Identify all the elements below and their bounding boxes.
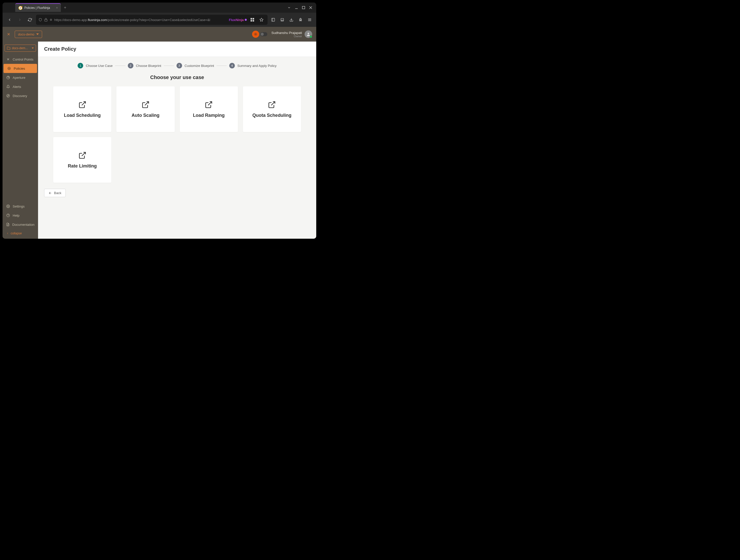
step-number: 3 — [177, 63, 182, 69]
sidebar-item-documentation[interactable]: Documentation — [3, 220, 38, 229]
policies-icon — [7, 67, 11, 71]
back-label: Back — [54, 191, 61, 195]
document-icon — [6, 222, 10, 227]
tab-favicon-icon: 🧭 — [18, 6, 22, 10]
grid-icon[interactable] — [249, 16, 256, 23]
use-case-card-quota-scheduling[interactable]: Quota Scheduling — [243, 86, 301, 132]
project-selector[interactable]: docs-demo — [15, 31, 42, 38]
stepper: 1 Choose Use Case 2 Choose Blueprint 3 C… — [38, 57, 316, 75]
step-4[interactable]: 4 Summary and Apply Policy — [229, 63, 277, 69]
step-3[interactable]: 3 Customize Blueprint — [177, 63, 214, 69]
step-label: Customize Blueprint — [185, 64, 214, 68]
sidebar-collapse-button[interactable]: collapse — [3, 229, 38, 238]
sidebar-item-help[interactable]: Help — [3, 211, 38, 220]
page-title: Create Policy — [44, 46, 310, 52]
extensions-icon[interactable] — [297, 16, 304, 23]
folder-icon — [7, 46, 10, 50]
sidebar-item-settings[interactable]: Settings — [3, 202, 38, 211]
back-button[interactable]: Back — [44, 189, 66, 197]
svg-point-34 — [8, 67, 11, 70]
svg-marker-30 — [32, 47, 34, 49]
sidebar-item-aperture[interactable]: Aperture — [3, 73, 38, 82]
window-minimize-icon[interactable] — [295, 6, 298, 9]
browser-reload-button[interactable] — [26, 16, 34, 24]
chevron-left-icon — [6, 232, 9, 235]
window-maximize-icon[interactable] — [302, 6, 305, 9]
card-title: Load Ramping — [193, 113, 225, 118]
sidebar-item-discovery[interactable]: Discovery — [3, 91, 38, 100]
tab-title: Policies | FluxNinja — [24, 6, 50, 10]
svg-point-20 — [255, 33, 256, 35]
tabs-dropdown-icon[interactable] — [287, 6, 291, 9]
window-close-icon[interactable] — [309, 6, 312, 9]
card-title: Auto Scaling — [131, 113, 160, 118]
step-label: Summary and Apply Policy — [238, 64, 277, 68]
permissions-icon[interactable]: ⚙ — [50, 18, 52, 21]
svg-rect-13 — [281, 20, 283, 21]
svg-point-39 — [7, 94, 10, 97]
help-icon — [6, 213, 10, 217]
menu-icon[interactable] — [306, 16, 313, 23]
section-title: Choose your use case — [38, 75, 316, 80]
use-case-card-load-scheduling[interactable]: Load Scheduling — [53, 86, 111, 132]
svg-rect-10 — [272, 18, 275, 21]
sidebar-item-policies[interactable]: Policies — [4, 64, 37, 73]
download-icon[interactable] — [288, 16, 295, 23]
step-connector — [164, 66, 174, 66]
browser-tab[interactable]: 🧭 Policies | FluxNinja × — [15, 3, 61, 12]
user-role: Owner — [271, 35, 302, 38]
bookmark-icon[interactable] — [258, 16, 265, 23]
svg-marker-40 — [8, 95, 9, 97]
user-info[interactable]: Sudhanshu Prajapati Owner — [271, 30, 312, 38]
user-avatar — [304, 30, 312, 38]
step-number: 2 — [128, 63, 133, 69]
svg-line-24 — [257, 35, 257, 35]
theme-toggle[interactable] — [252, 31, 267, 38]
svg-point-33 — [9, 68, 10, 69]
svg-marker-19 — [36, 33, 39, 35]
step-1[interactable]: 1 Choose Use Case — [78, 63, 113, 69]
browser-back-button[interactable] — [6, 16, 14, 24]
collapse-label: collapse — [11, 232, 22, 235]
sidebar-item-label: Settings — [13, 205, 25, 208]
sidebar-item-label: Alerts — [13, 85, 21, 89]
chevron-down-icon — [32, 47, 34, 49]
url-text: https://docs-demo.app.fluxninja.com/poli… — [54, 18, 227, 22]
gear-icon — [6, 204, 10, 208]
sidebar-item-label: Aperture — [13, 76, 25, 80]
bell-icon — [6, 85, 10, 89]
use-case-card-load-ramping[interactable]: Load Ramping — [180, 86, 238, 132]
svg-rect-1 — [302, 6, 305, 9]
svg-point-41 — [8, 206, 9, 207]
compass-icon — [6, 94, 10, 98]
use-case-card-rate-limiting[interactable]: Rate Limiting — [53, 137, 111, 183]
step-2[interactable]: 2 Choose Blueprint — [128, 63, 161, 69]
app-header: docs-demo Sudhanshu Prajapati Owner — [3, 27, 316, 41]
use-case-grid: Load Scheduling Auto Scaling Load Rampin… — [38, 86, 316, 183]
address-bar[interactable]: ⚙ https://docs-demo.app.fluxninja.com/po… — [36, 15, 268, 25]
shield-icon[interactable] — [38, 18, 42, 21]
step-number: 4 — [229, 63, 235, 69]
header-close-button[interactable] — [7, 32, 11, 36]
control-points-icon — [6, 57, 10, 61]
lock-icon[interactable] — [44, 18, 48, 21]
step-connector — [216, 66, 227, 66]
sidebar-item-alerts[interactable]: Alerts — [3, 82, 38, 91]
svg-point-29 — [308, 33, 309, 34]
folder-selector[interactable]: docs-dem... — [5, 44, 36, 52]
svg-rect-7 — [251, 20, 252, 21]
use-case-card-auto-scaling[interactable]: Auto Scaling — [116, 86, 175, 132]
reader-icon[interactable] — [270, 16, 277, 23]
save-page-icon[interactable] — [279, 16, 286, 23]
tab-close-icon[interactable]: × — [56, 6, 58, 10]
sidebar-item-label: Discovery — [13, 94, 27, 98]
browser-forward-button[interactable] — [16, 16, 24, 24]
sidebar-item-control-points[interactable]: Control Points — [3, 55, 38, 64]
svg-line-36 — [8, 77, 9, 79]
chevron-down-icon — [36, 33, 39, 35]
brand-badge: FluxNinja — [229, 18, 247, 22]
new-tab-button[interactable]: + — [61, 3, 69, 12]
svg-line-27 — [255, 35, 255, 35]
external-link-icon — [78, 101, 86, 109]
external-link-icon — [78, 151, 86, 159]
